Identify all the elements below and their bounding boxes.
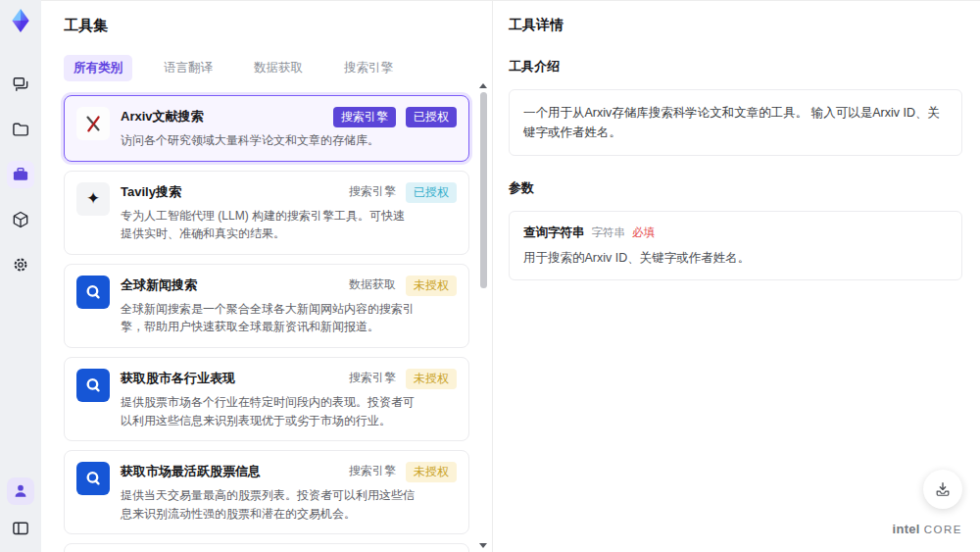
scroll-up-arrow-icon[interactable] <box>479 83 487 88</box>
sidebar-item-settings[interactable] <box>7 251 34 278</box>
tool-category-badge: 数据获取 <box>349 276 396 293</box>
param-description: 用于搜索的Arxiv ID、关键字或作者姓名。 <box>523 250 948 267</box>
tool-title: Tavily搜索 <box>121 182 341 201</box>
param-required-badge: 必填 <box>632 226 655 240</box>
app-window: 工具集 所有类别语言翻译数据获取搜索引擎 Arxiv文献搜索 搜索引擎 已授权 … <box>0 0 980 552</box>
tool-icon <box>76 462 110 495</box>
tool-description: 专为人工智能代理 (LLM) 构建的搜索引擎工具。可快速提供实时、准确和真实的结… <box>121 207 415 243</box>
tool-description: 提供股票市场各个行业在特定时间段内的表现。投资者可以利用这些信息来识别表现优于或… <box>121 393 415 429</box>
tool-title: 全球新闻搜索 <box>121 276 341 294</box>
scrollbar[interactable] <box>477 83 489 548</box>
tool-list: Arxiv文献搜索 搜索引擎 已授权 访问各个研究领域大量科学论文和文章的存储库… <box>64 95 469 552</box>
tool-list-item[interactable]: ✦ Tavily搜索 搜索引擎 已授权 专为人工智能代理 (LLM) 构建的搜索… <box>64 171 469 255</box>
tool-list-panel: 工具集 所有类别语言翻译数据获取搜索引擎 Arxiv文献搜索 搜索引擎 已授权 … <box>41 0 493 552</box>
tool-status-badge: 未授权 <box>406 462 457 482</box>
tool-title: 获取市场最活跃股票信息 <box>121 462 341 480</box>
tool-description: 提供当天交易量最高的股票列表。投资者可以利用这些信息来识别流动性强的股票和潜在的… <box>121 486 415 523</box>
tab-category-0[interactable]: 所有类别 <box>64 55 132 81</box>
tool-list-item[interactable]: 万维地区新闻查询 搜索引擎 未授权 查询具体行政区划内的新闻，快速了解各地新闻动 <box>64 543 469 552</box>
scrollbar-thumb[interactable] <box>480 92 487 288</box>
tool-status-badge: 未授权 <box>406 276 457 296</box>
tool-list-item[interactable]: Arxiv文献搜索 搜索引擎 已授权 访问各个研究领域大量科学论文和文章的存储库… <box>64 95 469 162</box>
panel-toggle-icon <box>11 519 30 538</box>
news-search-icon <box>82 375 104 396</box>
param-box: 查询字符串 字符串 必填 用于搜索的Arxiv ID、关键字或作者姓名。 <box>509 211 962 280</box>
intro-heading: 工具介绍 <box>509 58 962 75</box>
toolbox-icon <box>11 165 30 184</box>
download-icon <box>933 479 953 499</box>
folder-icon <box>11 120 30 139</box>
sidebar-item-tools[interactable] <box>7 161 34 188</box>
tool-description: 访问各个研究领域大量科学论文和文章的存储库。 <box>121 131 415 150</box>
sidebar-item-collapse[interactable] <box>7 515 34 542</box>
tool-status-badge: 未授权 <box>406 369 457 389</box>
tool-title: 获取股市各行业表现 <box>121 369 341 387</box>
cube-icon <box>11 210 30 229</box>
news-search-icon <box>82 468 104 489</box>
tool-category-badge: 搜索引擎 <box>333 107 396 127</box>
news-search-icon <box>82 281 104 303</box>
tool-icon: ✦ <box>76 182 110 216</box>
tool-detail-panel: 工具详情 工具介绍 一个用于从Arxiv存储库搜索科学论文和文章的工具。 输入可… <box>493 0 980 552</box>
arxiv-logo-icon <box>82 113 104 134</box>
sidebar <box>0 0 41 552</box>
brand-core: CORE <box>924 524 962 535</box>
tool-category-badge: 搜索引擎 <box>349 463 396 479</box>
tab-category-3[interactable]: 搜索引擎 <box>334 55 403 81</box>
sidebar-item-models[interactable] <box>7 206 34 233</box>
scroll-down-arrow-icon[interactable] <box>479 543 487 548</box>
tool-status-badge: 已授权 <box>406 107 457 127</box>
intro-box: 一个用于从Arxiv存储库搜索科学论文和文章的工具。 输入可以是Arxiv ID… <box>509 89 962 156</box>
tool-status-badge: 已授权 <box>406 182 457 203</box>
intel-core-logo: intel CORE <box>893 522 962 536</box>
params-heading: 参数 <box>509 179 962 197</box>
param-type: 字符串 <box>592 226 626 240</box>
tab-category-2[interactable]: 数据获取 <box>244 55 313 81</box>
tool-description: 全球新闻搜索是一个聚合全球各大新闻网站内容的搜索引擎，帮助用户快速获取全球最新资… <box>121 300 415 336</box>
tool-category-badge: 搜索引擎 <box>349 370 396 386</box>
tool-list-item[interactable]: 获取市场最活跃股票信息 搜索引擎 未授权 提供当天交易量最高的股票列表。投资者可… <box>64 450 469 534</box>
user-icon <box>11 481 30 501</box>
category-tabs: 所有类别语言翻译数据获取搜索引擎 <box>64 55 470 81</box>
sidebar-item-chat[interactable] <box>7 71 34 98</box>
sidebar-item-account[interactable] <box>7 477 34 505</box>
tab-category-1[interactable]: 语言翻译 <box>154 55 222 81</box>
tool-title: Arxiv文献搜索 <box>121 107 325 125</box>
tool-icon <box>76 107 110 140</box>
tool-list-item[interactable]: 获取股市各行业表现 搜索引擎 未授权 提供股票市场各个行业在特定时间段内的表现。… <box>64 357 469 441</box>
page-title: 工具集 <box>64 17 470 35</box>
tool-list-item[interactable]: 全球新闻搜索 数据获取 未授权 全球新闻搜索是一个聚合全球各大新闻网站内容的搜索… <box>64 264 469 348</box>
tavily-sparkle-icon: ✦ <box>86 190 100 207</box>
brand-intel: intel <box>893 522 920 536</box>
chat-icon <box>11 75 30 94</box>
tool-icon <box>76 276 110 309</box>
param-name: 查询字符串 <box>523 225 585 241</box>
detail-title: 工具详情 <box>509 17 962 34</box>
tool-icon <box>76 369 110 402</box>
sidebar-item-files[interactable] <box>7 116 34 143</box>
app-logo-icon[interactable] <box>8 8 33 33</box>
intro-text: 一个用于从Arxiv存储库搜索科学论文和文章的工具。 输入可以是Arxiv ID… <box>523 103 948 142</box>
download-button[interactable] <box>923 470 962 509</box>
gear-icon <box>11 255 30 275</box>
tool-category-badge: 搜索引擎 <box>349 183 396 200</box>
